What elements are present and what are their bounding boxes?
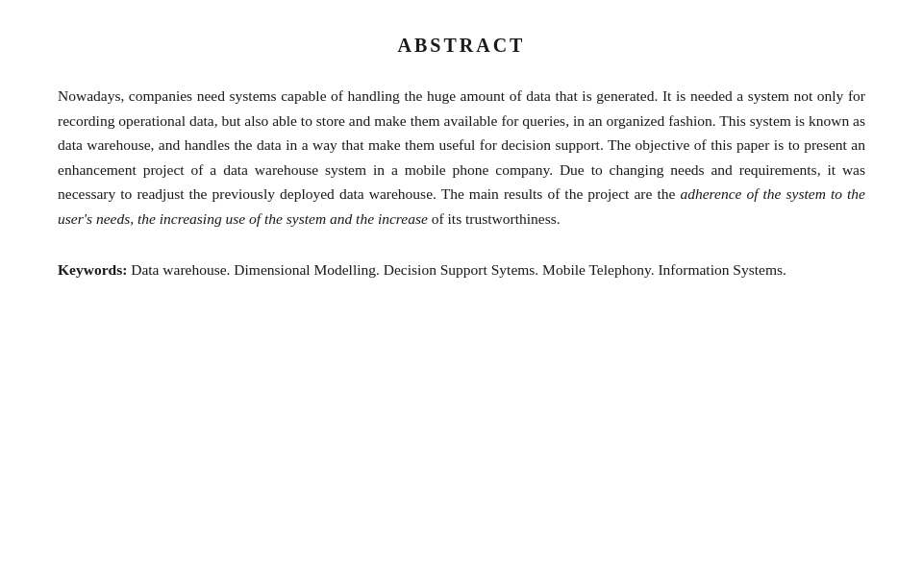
- keywords-label: Keywords:: [58, 261, 127, 278]
- keywords-section: Keywords: Data warehouse. Dimensional Mo…: [58, 257, 865, 282]
- abstract-italic-text: adherence of the system to the user's ne…: [58, 185, 865, 227]
- keywords-values: Data warehouse. Dimensional Modelling. D…: [131, 261, 786, 278]
- abstract-title: ABSTRACT: [58, 35, 865, 57]
- page: ABSTRACT Nowadays, companies need system…: [0, 0, 923, 588]
- abstract-paragraph-main: Nowadays, companies need systems capable…: [58, 87, 865, 227]
- abstract-body: Nowadays, companies need systems capable…: [58, 84, 865, 231]
